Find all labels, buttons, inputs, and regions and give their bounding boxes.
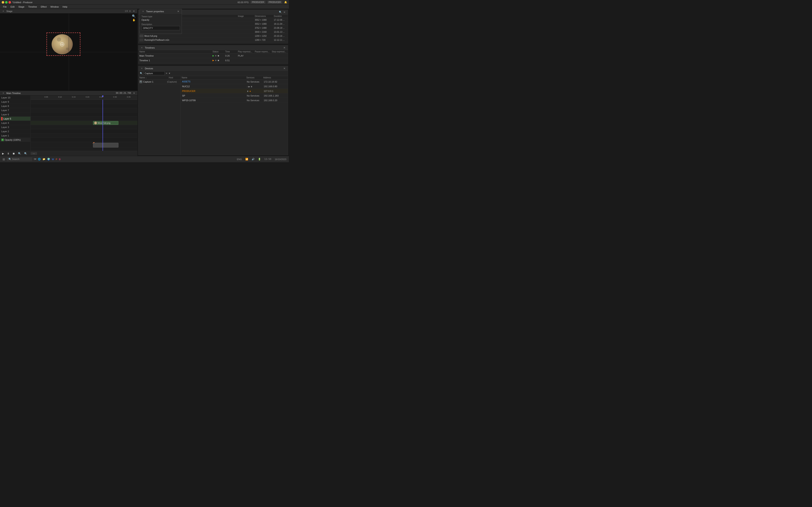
tween-menu-icon[interactable]: ≡ [142,10,145,13]
device-detail-assets[interactable]: ASSETS No Services 172.10.19.92 [181,79,288,84]
ruler-mark-2: 0:15 [72,96,76,98]
globe-icon[interactable]: 🌍 [47,158,50,161]
zoom-out-btn[interactable]: 🔍 [17,152,22,156]
stage-fit-icon[interactable]: ⊙ [129,10,131,12]
maps-icon[interactable]: 🗺 [34,158,36,161]
device-capture-1[interactable]: 📷 Capture 1 (Capture) [139,79,181,84]
layer-9-label: Layer 9 [1,101,9,103]
minimize-btn[interactable] [2,1,4,4]
tl-col-play-expr[interactable]: Play expressi... [237,50,254,53]
menu-timeline[interactable]: Timeline [27,5,39,8]
devices-dropdown-icon[interactable]: ▼ [168,72,171,74]
layer-5[interactable]: Layer 5 [0,117,31,121]
layer-8[interactable]: Layer 8 [0,104,31,108]
timelines-menu-icon[interactable]: ≡ [140,46,144,49]
tl-status-main: ▶ ⏸ ⏹ [212,54,224,57]
devices-col-host[interactable]: Host [168,76,181,79]
devices-menu-icon[interactable]: ≡ [140,67,144,70]
close-btn[interactable] [8,1,11,4]
chrome-icon[interactable]: 🌐 [38,158,41,161]
play-btn[interactable]: ▶ [1,152,5,156]
devices-clear-icon[interactable]: ✕ [165,72,167,75]
ruler-mark-6: 0:35 [127,96,131,98]
asset-row-moon[interactable]: Moon full.png 1200 × 1202 23-10-16 ... [139,34,288,38]
timeline-menu-icon[interactable]: ≡ [2,92,5,95]
stage-menu-icon[interactable]: ≡ [2,9,5,13]
tl-col-stop-expr[interactable]: Stop expressi... [271,50,288,53]
tl-col-status[interactable]: Status [212,50,224,53]
powerpoint-icon[interactable]: P [56,158,57,161]
layer-3[interactable]: Layer 3 [0,125,31,129]
assets-col-duration[interactable]: Duration [273,14,288,18]
devices-search-input[interactable] [144,71,165,75]
pause-btn[interactable]: ⏸ [6,152,10,156]
windows-start-icon[interactable]: ⊞ [3,158,5,161]
tl-play-main[interactable]: ▶ [212,55,214,57]
tl-col-name[interactable]: Name [139,50,212,53]
assets-col-image[interactable]: Image [237,14,254,18]
moon-clip[interactable]: Moon full.png [93,121,118,125]
devices-close-btn[interactable]: ✕ [283,67,286,70]
stop-btn[interactable]: ⏹ [12,152,16,156]
tl-stop-1[interactable]: ⏹ [217,59,219,61]
tween-clip[interactable] [93,143,118,148]
notification-icon[interactable]: 🔔 [284,1,287,4]
tl-play-1[interactable]: ▶ [212,59,214,61]
lang-indicator[interactable]: ENG [237,158,242,161]
tl-stop-main[interactable]: ⏹ [217,55,219,57]
tween-enabled-checkbox[interactable]: ✓ [1,138,4,141]
assets-close-btn[interactable]: ✕ [283,11,286,14]
stage-canvas[interactable]: 🔍 ✋ [0,13,137,91]
hand-icon[interactable]: ✋ [133,18,136,21]
moon-object[interactable] [52,34,73,54]
menu-stage[interactable]: Stage [17,5,26,8]
word-icon[interactable]: W [52,158,54,161]
device-detail-producer[interactable]: PRODUCER 🖥 ★ 127.0.0.1 [181,89,288,93]
timeline-tracks[interactable]: Moon full.png [31,100,138,151]
timeline-close-btn[interactable]: ✕ [133,92,136,95]
stage-close-btn[interactable]: ✕ [132,9,136,13]
menu-effect[interactable]: Effect [39,5,48,8]
assets-search-icon[interactable]: 🔍 [279,11,282,13]
producer-badge-2[interactable]: PRODUCER [267,1,282,4]
layer-10[interactable]: Layer 10 [0,96,31,100]
layer-1[interactable]: Layer 1 [0,133,31,138]
tl-pause-main[interactable]: ⏸ [215,55,217,57]
timelines-close-btn[interactable]: ✕ [283,46,286,49]
volume-icon[interactable]: 🔊 [252,158,255,161]
zoom-in-btn[interactable]: 🔍 [23,152,28,156]
menu-edit[interactable]: Edit [9,5,16,8]
producer-badge-1[interactable]: PRODUCER [251,1,265,4]
transform-handle[interactable] [60,42,64,47]
menu-window[interactable]: Window [49,5,60,8]
tl-col-time[interactable]: Time [224,50,237,53]
tween-description-input[interactable] [142,26,180,30]
layer-2[interactable]: Layer 2 [0,129,31,133]
files-icon[interactable]: 📁 [43,158,45,161]
zoom-icon[interactable]: 🔍 [132,14,136,18]
layer-9[interactable]: Layer 9 [0,100,31,104]
device-detail-wp20[interactable]: WP20-10799 No Services 192.168.0.20 [181,98,288,103]
layer-6[interactable]: Layer 6 [0,112,31,117]
opacity-tween-layer[interactable]: ✓ Opacity (100%) [0,138,31,142]
device-detail-nuc12[interactable]: NUC12 ♪ ▶ 🖥 192.168.0.80 [181,84,288,89]
tween-props-close-btn[interactable]: ✕ [176,10,180,13]
moon-container[interactable] [47,33,80,56]
device-detail-sp[interactable]: SP No Services 192.168.1.183 [181,93,288,98]
maximize-btn[interactable] [5,1,8,4]
menu-help[interactable]: Help [61,5,69,8]
browser-icon[interactable]: B [59,158,61,161]
tl-col-pause-expr[interactable]: Pause expres... [254,50,271,53]
window-controls[interactable] [2,1,11,4]
devices-col-name[interactable]: Name ↓ [139,76,168,79]
search-bar[interactable]: 🔍 Search [7,157,32,161]
menu-file[interactable]: File [1,5,8,8]
layer-4[interactable]: Layer 4 [0,121,31,125]
asset-row-running[interactable]: RunningOnTheBeach.m2v 1280 × 720 12-12-1… [139,38,288,42]
tl-pause-1[interactable]: ⏸ [215,59,217,61]
assets-col-dimensions[interactable]: Dimensions [254,14,273,18]
devices-detail-col-services[interactable]: Services [246,76,262,79]
devices-detail-col-name[interactable]: Name [181,76,246,79]
devices-detail-col-address[interactable]: Address [262,76,288,79]
layer-7[interactable]: Layer 7 [0,108,31,112]
